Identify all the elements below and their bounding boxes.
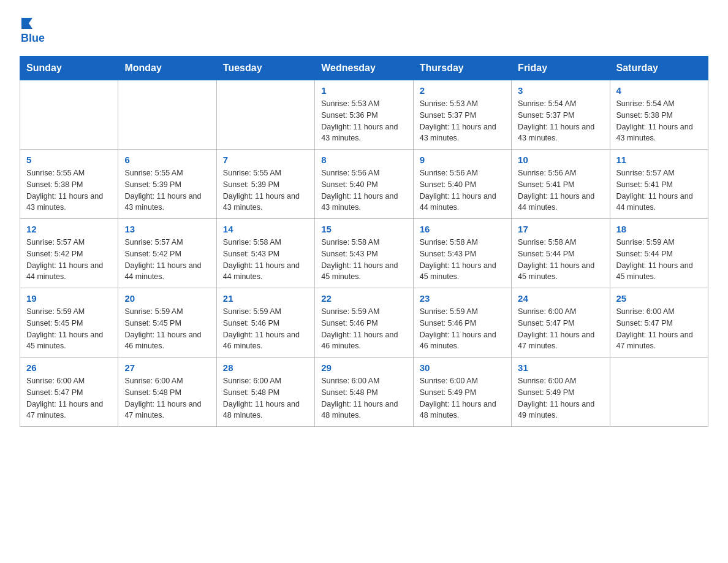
day-cell: 26Sunrise: 6:00 AMSunset: 5:47 PMDayligh…: [20, 358, 118, 427]
week-row-3: 12Sunrise: 5:57 AMSunset: 5:42 PMDayligh…: [20, 219, 708, 288]
col-header-monday: Monday: [118, 56, 216, 80]
day-number: 29: [321, 362, 406, 373]
day-number: 2: [420, 85, 505, 96]
day-number: 4: [616, 85, 702, 96]
day-number: 25: [616, 293, 702, 304]
day-info: Sunrise: 5:54 AMSunset: 5:37 PMDaylight:…: [518, 98, 603, 144]
day-cell: 3Sunrise: 5:54 AMSunset: 5:37 PMDaylight…: [512, 80, 610, 150]
calendar-header-row: SundayMondayTuesdayWednesdayThursdayFrid…: [20, 56, 708, 80]
day-number: 11: [616, 155, 702, 165]
day-cell: 12Sunrise: 5:57 AMSunset: 5:42 PMDayligh…: [20, 219, 118, 288]
day-info: Sunrise: 6:00 AMSunset: 5:48 PMDaylight:…: [223, 375, 308, 421]
day-number: 16: [420, 224, 505, 234]
day-number: 20: [124, 293, 210, 304]
day-info: Sunrise: 6:00 AMSunset: 5:48 PMDaylight:…: [124, 375, 210, 421]
day-cell: 5Sunrise: 5:55 AMSunset: 5:38 PMDaylight…: [20, 150, 118, 219]
day-cell: 17Sunrise: 5:58 AMSunset: 5:44 PMDayligh…: [512, 219, 610, 288]
day-info: Sunrise: 5:53 AMSunset: 5:36 PMDaylight:…: [321, 98, 406, 144]
day-info: Sunrise: 5:59 AMSunset: 5:46 PMDaylight:…: [321, 306, 406, 352]
col-header-saturday: Saturday: [610, 56, 708, 80]
day-number: 5: [26, 155, 112, 165]
day-cell: 7Sunrise: 5:55 AMSunset: 5:39 PMDaylight…: [216, 150, 314, 219]
week-row-2: 5Sunrise: 5:55 AMSunset: 5:38 PMDaylight…: [20, 150, 708, 219]
day-cell: 15Sunrise: 5:58 AMSunset: 5:43 PMDayligh…: [315, 219, 413, 288]
day-cell: 29Sunrise: 6:00 AMSunset: 5:48 PMDayligh…: [315, 358, 413, 427]
day-info: Sunrise: 6:00 AMSunset: 5:49 PMDaylight:…: [518, 375, 603, 421]
day-cell: 9Sunrise: 5:56 AMSunset: 5:40 PMDaylight…: [413, 150, 511, 219]
day-cell: 25Sunrise: 6:00 AMSunset: 5:47 PMDayligh…: [610, 288, 708, 358]
day-cell: 2Sunrise: 5:53 AMSunset: 5:37 PMDaylight…: [413, 80, 511, 150]
day-cell: 30Sunrise: 6:00 AMSunset: 5:49 PMDayligh…: [413, 358, 511, 427]
col-header-friday: Friday: [512, 56, 610, 80]
day-number: 19: [26, 293, 112, 304]
col-header-wednesday: Wednesday: [315, 56, 413, 80]
day-number: 14: [223, 224, 308, 234]
day-cell: 20Sunrise: 5:59 AMSunset: 5:45 PMDayligh…: [118, 288, 216, 358]
day-info: Sunrise: 5:59 AMSunset: 5:45 PMDaylight:…: [124, 306, 210, 352]
col-header-sunday: Sunday: [20, 56, 118, 80]
week-row-4: 19Sunrise: 5:59 AMSunset: 5:45 PMDayligh…: [20, 288, 708, 358]
day-number: 22: [321, 293, 406, 304]
svg-marker-0: [21, 18, 32, 29]
day-number: 1: [321, 85, 406, 96]
week-row-5: 26Sunrise: 6:00 AMSunset: 5:47 PMDayligh…: [20, 358, 708, 427]
day-info: Sunrise: 5:54 AMSunset: 5:38 PMDaylight:…: [616, 98, 702, 144]
day-info: Sunrise: 5:56 AMSunset: 5:41 PMDaylight:…: [518, 167, 603, 213]
day-cell: 24Sunrise: 6:00 AMSunset: 5:47 PMDayligh…: [512, 288, 610, 358]
day-cell: 11Sunrise: 5:57 AMSunset: 5:41 PMDayligh…: [610, 150, 708, 219]
day-cell: 8Sunrise: 5:56 AMSunset: 5:40 PMDaylight…: [315, 150, 413, 219]
day-cell: 18Sunrise: 5:59 AMSunset: 5:44 PMDayligh…: [610, 219, 708, 288]
day-info: Sunrise: 5:58 AMSunset: 5:43 PMDaylight:…: [321, 237, 406, 283]
day-info: Sunrise: 6:00 AMSunset: 5:49 PMDaylight:…: [420, 375, 505, 421]
logo-flag-icon: [20, 17, 34, 30]
logo: Blue: [20, 15, 45, 45]
week-row-1: 1Sunrise: 5:53 AMSunset: 5:36 PMDaylight…: [20, 80, 708, 150]
day-cell: 16Sunrise: 5:58 AMSunset: 5:43 PMDayligh…: [413, 219, 511, 288]
day-info: Sunrise: 5:55 AMSunset: 5:39 PMDaylight:…: [124, 167, 210, 213]
day-number: 6: [124, 155, 210, 165]
day-number: 10: [518, 155, 603, 165]
day-cell: 19Sunrise: 5:59 AMSunset: 5:45 PMDayligh…: [20, 288, 118, 358]
day-number: 8: [321, 155, 406, 165]
day-info: Sunrise: 5:56 AMSunset: 5:40 PMDaylight:…: [321, 167, 406, 213]
day-info: Sunrise: 5:57 AMSunset: 5:42 PMDaylight:…: [124, 237, 210, 283]
day-info: Sunrise: 5:57 AMSunset: 5:41 PMDaylight:…: [616, 167, 702, 213]
day-info: Sunrise: 5:58 AMSunset: 5:43 PMDaylight:…: [420, 237, 505, 283]
day-info: Sunrise: 5:59 AMSunset: 5:46 PMDaylight:…: [223, 306, 308, 352]
day-cell: 21Sunrise: 5:59 AMSunset: 5:46 PMDayligh…: [216, 288, 314, 358]
day-cell: 6Sunrise: 5:55 AMSunset: 5:39 PMDaylight…: [118, 150, 216, 219]
day-number: 28: [223, 362, 308, 373]
day-info: Sunrise: 5:56 AMSunset: 5:40 PMDaylight:…: [420, 167, 505, 213]
day-cell: 10Sunrise: 5:56 AMSunset: 5:41 PMDayligh…: [512, 150, 610, 219]
day-cell: [20, 80, 118, 150]
day-info: Sunrise: 5:55 AMSunset: 5:39 PMDaylight:…: [223, 167, 308, 213]
day-info: Sunrise: 5:58 AMSunset: 5:43 PMDaylight:…: [223, 237, 308, 283]
day-info: Sunrise: 5:58 AMSunset: 5:44 PMDaylight:…: [518, 237, 603, 283]
day-number: 18: [616, 224, 702, 234]
day-number: 21: [223, 293, 308, 304]
day-cell: 1Sunrise: 5:53 AMSunset: 5:36 PMDaylight…: [315, 80, 413, 150]
day-number: 27: [124, 362, 210, 373]
col-header-thursday: Thursday: [413, 56, 511, 80]
day-cell: 22Sunrise: 5:59 AMSunset: 5:46 PMDayligh…: [315, 288, 413, 358]
day-info: Sunrise: 6:00 AMSunset: 5:47 PMDaylight:…: [26, 375, 112, 421]
day-number: 9: [420, 155, 505, 165]
col-header-tuesday: Tuesday: [216, 56, 314, 80]
day-info: Sunrise: 5:53 AMSunset: 5:37 PMDaylight:…: [420, 98, 505, 144]
day-info: Sunrise: 5:55 AMSunset: 5:38 PMDaylight:…: [26, 167, 112, 213]
day-info: Sunrise: 5:59 AMSunset: 5:46 PMDaylight:…: [420, 306, 505, 352]
logo-subtitle: Blue: [21, 32, 45, 45]
day-cell: 27Sunrise: 6:00 AMSunset: 5:48 PMDayligh…: [118, 358, 216, 427]
day-info: Sunrise: 5:59 AMSunset: 5:45 PMDaylight:…: [26, 306, 112, 352]
day-cell: 4Sunrise: 5:54 AMSunset: 5:38 PMDaylight…: [610, 80, 708, 150]
day-number: 26: [26, 362, 112, 373]
day-number: 17: [518, 224, 603, 234]
day-cell: 14Sunrise: 5:58 AMSunset: 5:43 PMDayligh…: [216, 219, 314, 288]
day-number: 7: [223, 155, 308, 165]
day-number: 24: [518, 293, 603, 304]
day-number: 3: [518, 85, 603, 96]
day-cell: [118, 80, 216, 150]
day-info: Sunrise: 6:00 AMSunset: 5:48 PMDaylight:…: [321, 375, 406, 421]
day-info: Sunrise: 5:59 AMSunset: 5:44 PMDaylight:…: [616, 237, 702, 283]
day-cell: [216, 80, 314, 150]
